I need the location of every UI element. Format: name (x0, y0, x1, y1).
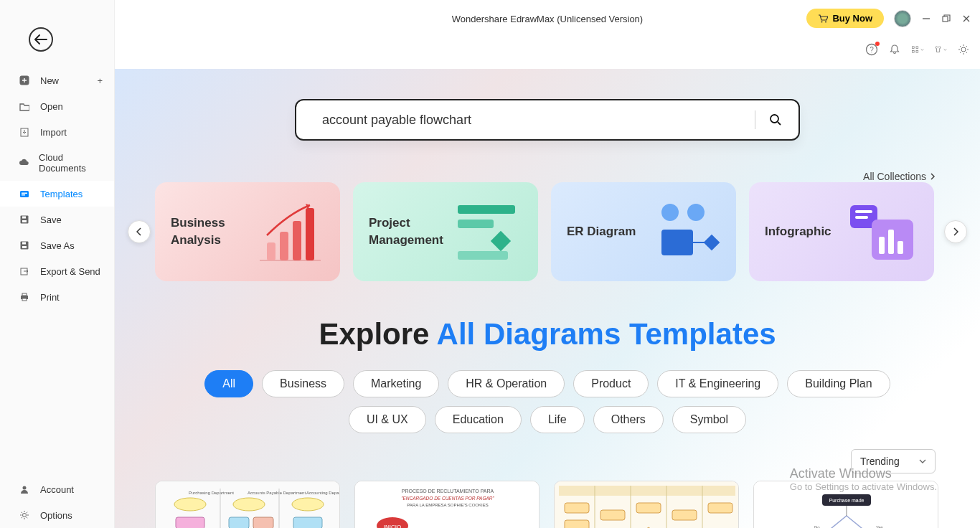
category-carousel: Business Analysis Project Management ER … (115, 182, 980, 281)
filter-chip-education[interactable]: Education (435, 406, 522, 433)
sidebar-item-label: Save As (40, 240, 75, 251)
svg-rect-90 (708, 503, 732, 513)
svg-rect-9 (22, 246, 27, 248)
template-thumbnail[interactable]: PROCESO DE RECLUTAMIENTO PARA"ENCARGADO … (354, 481, 540, 528)
svg-rect-6 (22, 220, 27, 222)
maximize-button[interactable] (941, 14, 951, 24)
sidebar-item-save-as[interactable]: Save As (0, 232, 114, 258)
filter-chip-all[interactable]: All (204, 370, 253, 397)
svg-text:Purchase made: Purchase made (829, 498, 864, 503)
templates-icon (19, 188, 30, 199)
svg-point-53 (174, 498, 206, 511)
svg-rect-35 (458, 251, 508, 260)
svg-rect-41 (855, 210, 872, 213)
svg-point-26 (961, 47, 966, 52)
svg-text:"ENCARGADO DE CUENTAS POR PAGA: "ENCARGADO DE CUENTAS POR PAGAR" (401, 496, 494, 501)
help-icon[interactable]: ? (865, 43, 878, 56)
open-icon (19, 100, 30, 112)
svg-rect-23 (916, 47, 918, 49)
sidebar-item-account[interactable]: Account (0, 476, 114, 502)
back-button[interactable] (29, 27, 53, 52)
category-card-project-management[interactable]: Project Management (353, 182, 538, 281)
category-card-business-analysis[interactable]: Business Analysis (155, 182, 340, 281)
search-input[interactable] (322, 113, 743, 128)
svg-rect-25 (916, 50, 918, 52)
filter-chip-building-plan[interactable]: Building Plan (787, 370, 890, 397)
minimize-button[interactable] (921, 14, 931, 24)
print-icon (19, 291, 30, 303)
buy-now-button[interactable]: Buy Now (806, 9, 884, 28)
filter-chip-life[interactable]: Life (530, 406, 585, 433)
svg-rect-3 (22, 193, 27, 194)
svg-rect-19 (943, 16, 948, 22)
svg-text:Accounts Payable Department: Accounts Payable Department (248, 491, 306, 495)
svg-rect-44 (879, 237, 885, 254)
search-box (295, 99, 800, 141)
filter-chip-symbol[interactable]: Symbol (672, 406, 746, 433)
svg-text:?: ? (870, 46, 874, 54)
svg-rect-30 (293, 221, 301, 260)
gantt-icon (451, 199, 522, 264)
svg-rect-13 (22, 293, 27, 296)
sidebar-item-label: Cloud Documents (39, 152, 103, 174)
sidebar-item-label: Save (40, 214, 62, 225)
bell-icon[interactable] (888, 43, 901, 56)
svg-rect-7 (22, 217, 26, 219)
svg-rect-89 (672, 510, 697, 520)
filter-chips: AllBusinessMarketingHR & OperationProduc… (115, 370, 980, 433)
search-icon (769, 113, 782, 126)
filter-chip-ui-ux[interactable]: UI & UX (349, 406, 426, 433)
sidebar-item-export-send[interactable]: Export & Send (0, 258, 114, 284)
svg-point-18 (825, 21, 826, 22)
export-send-icon (19, 265, 30, 277)
svg-text:Accounting Department: Accounting Department (306, 491, 340, 495)
filter-chip-it-engineering[interactable]: IT & Engineering (657, 370, 778, 397)
svg-rect-84 (565, 503, 589, 513)
filter-chip-others[interactable]: Others (593, 406, 664, 433)
sidebar-item-label: Import (40, 127, 67, 138)
sidebar-item-import[interactable]: Import (0, 119, 114, 145)
app-title: Wondershare EdrawMax (Unlicensed Version… (452, 14, 643, 24)
svg-rect-22 (912, 47, 914, 49)
template-thumbnail[interactable]: Purchase madeCreate Invoicefrom Template… (753, 481, 938, 528)
category-card-er-diagram[interactable]: ER Diagram (551, 182, 736, 281)
carousel-prev-button[interactable] (128, 220, 151, 243)
svg-point-37 (687, 204, 705, 221)
sidebar-item-save[interactable]: Save (0, 207, 114, 232)
search-button[interactable] (767, 111, 784, 128)
svg-rect-57 (229, 517, 249, 528)
sidebar-item-label: New (40, 75, 59, 86)
filter-chip-product[interactable]: Product (573, 370, 649, 397)
svg-rect-2 (20, 191, 29, 197)
svg-rect-39 (704, 235, 720, 251)
sidebar-item-open[interactable]: Open (0, 93, 114, 119)
template-thumbnail[interactable]: Purchasing DepartmentAccounts Payable De… (155, 481, 340, 528)
user-avatar[interactable] (894, 10, 911, 27)
template-row: Purchasing DepartmentAccounts Payable De… (115, 481, 980, 528)
category-card-infographic[interactable]: Infographic (749, 182, 934, 281)
filter-chip-business[interactable]: Business (262, 370, 344, 397)
filter-chip-marketing[interactable]: Marketing (353, 370, 439, 397)
sidebar-item-options[interactable]: Options (0, 502, 114, 528)
sidebar-item-new[interactable]: New+ (0, 67, 114, 93)
gear-icon[interactable] (957, 43, 970, 56)
filter-chip-hr-operation[interactable]: HR & Operation (448, 370, 565, 397)
sort-dropdown[interactable]: Trending (851, 449, 936, 473)
svg-rect-42 (855, 216, 868, 219)
svg-rect-10 (22, 242, 26, 245)
tshirt-icon[interactable] (934, 43, 947, 56)
arrow-left-icon (34, 34, 47, 44)
svg-rect-85 (565, 520, 589, 528)
sidebar-item-print[interactable]: Print (0, 284, 114, 310)
carousel-next-button[interactable] (944, 220, 967, 243)
close-button[interactable] (961, 14, 971, 24)
apps-icon[interactable] (911, 43, 924, 56)
svg-rect-79 (559, 486, 735, 496)
svg-point-56 (233, 498, 265, 511)
sidebar-item-cloud-documents[interactable]: Cloud Documents (0, 145, 114, 181)
all-collections-link[interactable]: All Collections (863, 171, 936, 182)
svg-rect-4 (22, 194, 25, 196)
sidebar-item-templates[interactable]: Templates (0, 181, 114, 207)
svg-point-16 (23, 514, 27, 517)
template-thumbnail[interactable] (554, 481, 739, 528)
